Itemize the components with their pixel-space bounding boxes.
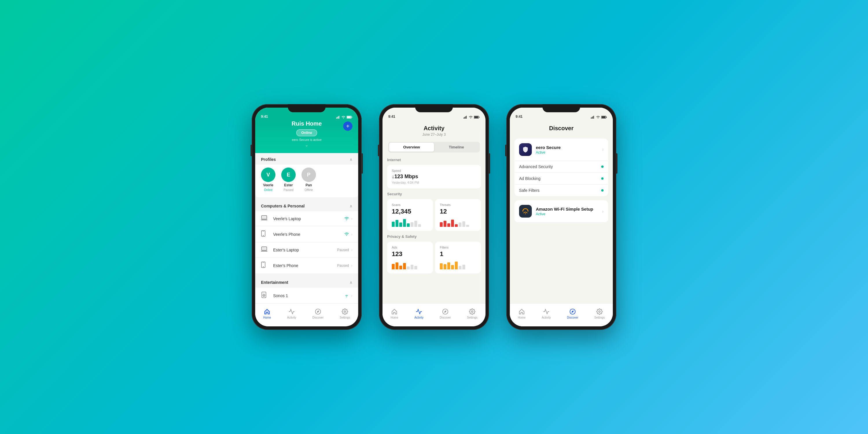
ads-bar-6 [410, 265, 413, 270]
computers-collapse-icon[interactable]: ∧ [349, 204, 352, 208]
nav-settings-2[interactable]: Settings [467, 308, 477, 319]
ads-label: Ads [392, 246, 428, 249]
svg-point-23 [344, 311, 346, 312]
profile-status-ester: Paused [283, 188, 293, 191]
nav-label-discover-3: Discover [567, 316, 578, 319]
phone-icon [261, 230, 269, 238]
add-button[interactable]: + [343, 122, 352, 131]
amazon-wifi-item[interactable]: Amazon Wi-Fi Simple Setup Active › [515, 200, 608, 222]
activity-tab-switcher: Overview Timeline [388, 142, 480, 153]
home-screen: + Ruis Home Online eero Secure is active… [255, 120, 358, 327]
filters-card[interactable]: Filters 1 [435, 242, 481, 273]
tab-overview[interactable]: Overview [389, 143, 434, 152]
profile-veerle[interactable]: V Veerle Online [261, 167, 275, 191]
svg-rect-37 [593, 116, 594, 119]
phone-icon-2 [261, 261, 269, 269]
filters-label: Filters [440, 246, 476, 249]
status-icons-1 [336, 116, 352, 119]
svg-rect-29 [479, 117, 480, 118]
nav-label-settings-1: Settings [340, 316, 350, 319]
nav-settings-3[interactable]: Settings [594, 308, 605, 319]
svg-rect-8 [262, 216, 266, 218]
nav-activity-1[interactable]: Activity [287, 308, 296, 319]
svg-rect-5 [352, 117, 352, 118]
discover-bottom-nav: Home Activity Discover [510, 303, 613, 327]
nav-activity-3[interactable]: Activity [541, 308, 551, 319]
nav-label-settings-2: Settings [467, 316, 477, 319]
status-icons-2 [464, 116, 480, 119]
activity-header: Activity June 27–July 3 [382, 120, 486, 140]
privacy-section-title: Privacy & Safety [387, 235, 481, 239]
security-section-title: Security [387, 192, 481, 196]
threats-card[interactable]: Threats 12 [435, 199, 481, 231]
safe-filters-label: Safe Filters [519, 188, 601, 193]
battery-icon [347, 116, 352, 119]
svg-rect-26 [465, 116, 466, 119]
filters-bar-4 [451, 265, 454, 269]
device-veerles-phone[interactable]: Veerle's Phone › [255, 226, 358, 243]
device-esters-phone[interactable]: Ester's Phone Paused › [255, 257, 358, 274]
ad-blocking-dot [601, 177, 603, 180]
nav-home-2[interactable]: Home [391, 308, 398, 319]
nav-label-home-2: Home [391, 316, 398, 319]
online-badge: Online [296, 129, 317, 136]
profiles-header: Profiles ∧ [255, 153, 358, 165]
chevron-right-icon: › [351, 217, 352, 221]
scans-bar-7 [414, 221, 417, 227]
activity-bottom-nav: Home Activity Discover [382, 303, 486, 327]
scans-bar-2 [396, 220, 398, 227]
device-esters-laptop[interactable]: Ester's Laptop Paused › [255, 243, 358, 257]
amazon-wifi-card: Amazon Wi-Fi Simple Setup Active › [515, 200, 608, 222]
threats-label: Threats [440, 203, 476, 207]
nav-settings-1[interactable]: Settings [340, 308, 350, 319]
eero-secure-icon [519, 143, 532, 156]
nav-activity-2[interactable]: Activity [414, 308, 424, 319]
profile-avatar-veerle: V [261, 167, 275, 182]
wifi-icon [341, 116, 345, 119]
ads-card[interactable]: Ads 123 [387, 242, 433, 273]
signal-icon-2 [464, 116, 468, 119]
profiles-title: Profiles [261, 157, 276, 162]
threats-bar-8 [466, 225, 469, 227]
nav-discover-2[interactable]: Discover [439, 308, 451, 319]
discover-title: Discover [516, 125, 607, 132]
battery-icon-2 [474, 116, 480, 119]
phone-activity: 9:41 Activity June 27–July 3 Overview Ti… [379, 104, 489, 330]
svg-rect-13 [262, 247, 266, 250]
home-bottom-nav: Home Activity Discover [255, 303, 358, 327]
device-veerles-laptop[interactable]: Veerle's Laptop › [255, 211, 358, 226]
nav-home-1[interactable]: Home [263, 308, 271, 319]
nav-discover-1[interactable]: Discover [312, 308, 323, 319]
entertainment-collapse-icon[interactable]: ∧ [349, 280, 352, 285]
speed-card[interactable]: Speed ↓123 Mbps Yesterday, 4:04 PM [387, 165, 481, 188]
phone-discover: 9:41 Discover [506, 104, 616, 330]
discover-nav-icon [314, 308, 321, 315]
advanced-security-label: Advanced Security [519, 164, 601, 169]
nav-label-home-1: Home [263, 316, 271, 319]
svg-rect-30 [474, 116, 478, 118]
profile-status-veerle: Online [264, 188, 273, 191]
scans-bar-6 [410, 222, 413, 227]
scans-card[interactable]: Scans 12,345 [387, 199, 433, 231]
phone-inner-3: 9:41 Discover [510, 107, 613, 327]
scans-label: Scans [392, 203, 428, 207]
profile-pan[interactable]: P Pan Offline [302, 167, 316, 191]
tab-timeline[interactable]: Timeline [434, 143, 479, 152]
nav-home-3[interactable]: Home [518, 308, 526, 319]
threats-bar-1 [440, 222, 443, 227]
filters-bar-7 [462, 265, 465, 270]
profile-ester[interactable]: E Ester Paused [281, 167, 296, 191]
nav-label-settings-3: Settings [594, 316, 605, 319]
filters-bar-2 [443, 264, 446, 269]
profile-avatar-pan: P [302, 167, 316, 182]
chevron-down-icon[interactable]: ⌄ [305, 143, 308, 147]
speed-value: ↓123 Mbps [392, 174, 476, 180]
nav-discover-3[interactable]: Discover [567, 308, 578, 319]
profiles-collapse-icon[interactable]: ∧ [349, 157, 352, 162]
wifi-status-veerles-laptop [344, 216, 349, 221]
device-sonos[interactable]: Sonos 1 › [255, 288, 358, 303]
svg-rect-3 [339, 116, 339, 119]
threats-bar-7 [462, 221, 465, 227]
eero-secure-item[interactable]: eero Secure Active › [515, 138, 608, 161]
phones-container: 9:41 + Ruis Home Online eero Secure is a… [252, 104, 616, 330]
